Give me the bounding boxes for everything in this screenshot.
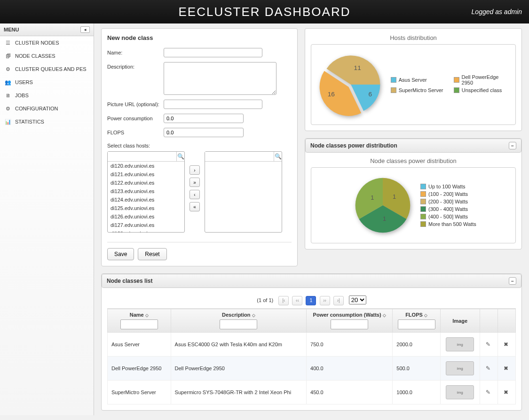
menu-label: MENU <box>4 27 19 32</box>
list-item[interactable]: di120.edv.uniovi.es <box>108 162 184 170</box>
sidebar-item-cluster-nodes[interactable]: ☰CLUSTER NODES <box>0 36 94 49</box>
sidebar-item-users[interactable]: 👥USERS <box>0 76 94 89</box>
list-item[interactable]: di124.edv.uniovi.es <box>108 195 184 204</box>
pager-last-button[interactable]: ›| <box>333 296 344 305</box>
new-node-class-panel: New node class Name: Description: Pictur… <box>101 28 298 266</box>
svg-text:6: 6 <box>369 91 372 98</box>
minimize-button[interactable]: − <box>509 142 516 149</box>
hosts-distribution-panel: Hosts distribution 6 16 11 Asus Server D… <box>305 28 522 131</box>
edit-icon[interactable]: ✎ <box>484 341 492 348</box>
list-item[interactable]: di121.edv.uniovi.es <box>108 170 184 179</box>
list-panel-header: Node classes list <box>107 278 152 284</box>
delete-icon[interactable]: ✖ <box>502 341 510 348</box>
picklist: 🔍 di120.edv.uniovi.esdi121.edv.uniovi.es… <box>107 151 292 233</box>
pager-next-button[interactable]: ›› <box>320 296 330 305</box>
power-panel-header: Node classes power distribution <box>310 142 397 149</box>
svg-text:1: 1 <box>393 193 396 200</box>
power-distribution-panel: Node classes power distribution − Node c… <box>305 138 522 249</box>
list-item[interactable]: di128.edv.uniovi.es <box>108 229 184 232</box>
server-image: img <box>446 337 474 351</box>
list-icon: ☰ <box>5 39 11 46</box>
list-item[interactable]: di127.edv.uniovi.es <box>108 221 184 229</box>
power-pie-chart: 1 1 1 <box>350 172 416 238</box>
pic-label: Picture URL (optional): <box>107 100 164 107</box>
minimize-button[interactable]: − <box>509 277 516 285</box>
move-right-button[interactable]: › <box>189 165 200 175</box>
filter-power-input[interactable] <box>331 319 368 329</box>
page-size-select[interactable]: 20 <box>349 296 366 304</box>
svg-text:11: 11 <box>354 64 361 71</box>
sidebar-item-configuration[interactable]: ⚙CONFIGURATION <box>0 102 94 115</box>
list-item[interactable]: di125.edv.uniovi.es <box>108 204 184 212</box>
menu-collapse-button[interactable]: ◄ <box>80 26 90 33</box>
form-title: New node class <box>107 34 292 41</box>
sidebar-item-jobs[interactable]: 🗎JOBS <box>0 89 94 102</box>
sidebar-item-statistics[interactable]: 📊STATISTICS <box>0 115 94 128</box>
sort-icon[interactable]: ◇ <box>145 313 149 318</box>
selected-hosts-listbox: 🔍 <box>205 151 282 233</box>
search-icon[interactable]: 🔍 <box>274 152 282 161</box>
table-row: SuperMictro ServerSupermicro SYS-7048GR-… <box>108 381 516 404</box>
logged-user: Logged as admin <box>472 8 522 16</box>
pic-input[interactable] <box>164 100 262 109</box>
menu-header: MENU ◄ <box>0 23 94 36</box>
pager-prev-button[interactable]: ‹‹ <box>292 296 302 305</box>
filter-name-input[interactable] <box>120 319 158 329</box>
pager-page-1[interactable]: 1 <box>306 296 316 305</box>
edit-icon[interactable]: ✎ <box>484 389 492 396</box>
svg-text:1: 1 <box>383 215 386 222</box>
save-button[interactable]: Save <box>107 248 134 260</box>
pager-first-button[interactable]: |‹ <box>278 296 289 305</box>
node-classes-list-panel: Node classes list − (1 of 1) |‹ ‹‹ 1 ›› … <box>101 273 522 411</box>
search-icon[interactable]: 🔍 <box>176 152 184 161</box>
hosts-pie-chart: 6 16 11 <box>316 49 386 120</box>
flops-input[interactable] <box>164 128 244 137</box>
copy-icon: 🗐 <box>5 53 11 59</box>
move-left-button[interactable]: ‹ <box>189 190 200 199</box>
svg-text:16: 16 <box>328 91 335 98</box>
sort-icon[interactable]: ◇ <box>383 313 386 318</box>
list-item[interactable]: di122.edv.uniovi.es <box>108 179 184 187</box>
delete-icon[interactable]: ✖ <box>502 389 510 396</box>
move-all-right-button[interactable]: » <box>189 178 200 187</box>
table-row: Asus ServerAsus ESC4000 G2 with Tesla K4… <box>108 333 516 357</box>
filter-flops-input[interactable] <box>398 319 435 329</box>
hosts-legend: Asus Server Dell PowerEdge 2950 SuperMic… <box>391 74 511 95</box>
move-all-left-button[interactable]: « <box>189 202 200 211</box>
power-input[interactable] <box>164 114 244 123</box>
reset-button[interactable]: Reset <box>138 248 166 260</box>
available-hosts-listbox: 🔍 di120.edv.uniovi.esdi121.edv.uniovi.es… <box>107 151 185 233</box>
desc-textarea[interactable] <box>164 62 276 95</box>
server-image: img <box>446 385 474 399</box>
edit-icon[interactable]: ✎ <box>484 365 492 372</box>
flops-label: FLOPS <box>107 128 164 135</box>
sort-icon[interactable]: ◇ <box>252 313 255 318</box>
pager: (1 of 1) |‹ ‹‹ 1 ›› ›| 20 <box>107 293 516 309</box>
gear-icon: ⚙ <box>5 105 11 112</box>
table-row: Dell PowerEdge 2950Dell PowerEdge 295040… <box>108 357 516 381</box>
name-label: Name: <box>107 48 164 55</box>
sidebar-item-cluster-queues-and-pes[interactable]: ⚙CLUSTER QUEUES AND PES <box>0 62 94 76</box>
desc-label: Description: <box>107 62 164 70</box>
list-item[interactable]: di123.edv.uniovi.es <box>108 187 184 195</box>
server-image: img <box>446 361 474 375</box>
power-label: Power consumption <box>107 114 164 121</box>
svg-text:1: 1 <box>371 194 374 201</box>
sidebar-item-node-classes[interactable]: 🗐NODE CLASSES <box>0 49 94 62</box>
topbar: EECLUSTER DASHBOARD Logged as admin <box>0 0 529 23</box>
sort-icon[interactable]: ◇ <box>424 313 427 318</box>
file-icon: 🗎 <box>5 92 11 99</box>
pager-text: (1 of 1) <box>257 297 273 303</box>
app-title: EECLUSTER DASHBOARD <box>179 5 351 19</box>
users-icon: 👥 <box>5 79 11 86</box>
selected-search-input[interactable] <box>205 152 274 161</box>
name-input[interactable] <box>164 48 262 57</box>
available-search-input[interactable] <box>108 152 176 161</box>
sliders-icon: ⚙ <box>5 66 11 72</box>
select-hosts-label: Select class hosts: <box>107 143 292 148</box>
delete-icon[interactable]: ✖ <box>502 365 510 372</box>
filter-desc-input[interactable] <box>220 319 257 329</box>
sidebar: MENU ◄ ☰CLUSTER NODES🗐NODE CLASSES⚙CLUST… <box>0 23 94 415</box>
stats-icon: 📊 <box>5 118 11 125</box>
list-item[interactable]: di126.edv.uniovi.es <box>108 212 184 221</box>
